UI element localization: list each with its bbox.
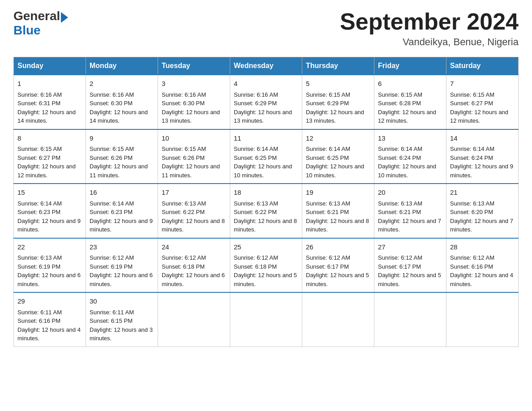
sunset-text: Sunset: 6:28 PM — [378, 100, 421, 107]
day-number: 6 — [378, 79, 442, 89]
sunrise-text: Sunrise: 6:14 AM — [17, 200, 62, 207]
sunset-text: Sunset: 6:29 PM — [234, 100, 277, 107]
daylight-text: Daylight: 12 hours and 13 minutes. — [162, 109, 220, 124]
sunset-text: Sunset: 6:24 PM — [450, 154, 493, 161]
sunrise-text: Sunrise: 6:15 AM — [450, 91, 494, 98]
sunset-text: Sunset: 6:23 PM — [17, 209, 60, 215]
daylight-text: Daylight: 12 hours and 4 minutes. — [17, 326, 81, 342]
calendar-cell: 3Sunrise: 6:16 AMSunset: 6:30 PMDaylight… — [158, 75, 230, 129]
sunrise-text: Sunrise: 6:14 AM — [90, 200, 134, 207]
daylight-text: Daylight: 12 hours and 10 minutes. — [234, 163, 292, 179]
sunrise-text: Sunrise: 6:14 AM — [378, 146, 422, 152]
calendar-cell — [446, 292, 519, 347]
calendar-cell — [374, 292, 446, 347]
daylight-text: Daylight: 12 hours and 11 minutes. — [162, 163, 220, 179]
sunset-text: Sunset: 6:18 PM — [234, 263, 277, 270]
calendar-cell — [302, 292, 374, 347]
sunset-text: Sunset: 6:26 PM — [90, 154, 133, 161]
day-number: 24 — [162, 242, 226, 253]
day-of-week-header: Tuesday — [158, 57, 230, 75]
sunrise-text: Sunrise: 6:12 AM — [162, 254, 206, 261]
calendar-cell: 7Sunrise: 6:15 AMSunset: 6:27 PMDaylight… — [446, 75, 519, 129]
daylight-text: Daylight: 12 hours and 11 minutes. — [90, 163, 148, 179]
sunrise-text: Sunrise: 6:15 AM — [162, 146, 206, 152]
sunrise-text: Sunrise: 6:16 AM — [162, 91, 206, 98]
sunset-text: Sunset: 6:17 PM — [306, 263, 349, 270]
sunrise-text: Sunrise: 6:13 AM — [306, 200, 350, 207]
day-number: 19 — [306, 188, 370, 198]
sunset-text: Sunset: 6:31 PM — [17, 100, 60, 107]
sunrise-text: Sunrise: 6:12 AM — [90, 254, 134, 261]
day-of-week-header: Friday — [374, 57, 446, 75]
sunrise-text: Sunrise: 6:13 AM — [234, 200, 278, 207]
calendar-cell: 29Sunrise: 6:11 AMSunset: 6:16 PMDayligh… — [14, 292, 86, 347]
daylight-text: Daylight: 12 hours and 9 minutes. — [450, 163, 513, 179]
day-number: 26 — [306, 242, 370, 253]
sunrise-text: Sunrise: 6:16 AM — [17, 91, 62, 98]
daylight-text: Daylight: 12 hours and 7 minutes. — [450, 218, 513, 233]
day-number: 21 — [450, 188, 515, 198]
calendar-cell: 28Sunrise: 6:12 AMSunset: 6:16 PMDayligh… — [446, 238, 519, 293]
daylight-text: Daylight: 12 hours and 12 minutes. — [17, 163, 76, 179]
day-number: 9 — [90, 133, 154, 144]
calendar-cell: 23Sunrise: 6:12 AMSunset: 6:19 PMDayligh… — [86, 238, 158, 293]
calendar-cell: 24Sunrise: 6:12 AMSunset: 6:18 PMDayligh… — [158, 238, 230, 293]
day-of-week-header: Wednesday — [230, 57, 302, 75]
day-number: 13 — [378, 133, 442, 144]
calendar-cell: 22Sunrise: 6:13 AMSunset: 6:19 PMDayligh… — [14, 238, 86, 293]
sunset-text: Sunset: 6:18 PM — [162, 263, 205, 270]
calendar-cell: 10Sunrise: 6:15 AMSunset: 6:26 PMDayligh… — [158, 129, 230, 184]
sunrise-text: Sunrise: 6:14 AM — [450, 146, 494, 152]
sunrise-text: Sunrise: 6:16 AM — [90, 91, 134, 98]
sunset-text: Sunset: 6:22 PM — [162, 209, 205, 215]
daylight-text: Daylight: 12 hours and 6 minutes. — [90, 272, 153, 287]
calendar-cell: 6Sunrise: 6:15 AMSunset: 6:28 PMDaylight… — [374, 75, 446, 129]
sunrise-text: Sunrise: 6:13 AM — [17, 254, 62, 261]
day-of-week-header: Sunday — [14, 57, 86, 75]
day-number: 4 — [234, 79, 298, 89]
calendar-cell: 26Sunrise: 6:12 AMSunset: 6:17 PMDayligh… — [302, 238, 374, 293]
day-number: 7 — [450, 79, 515, 89]
calendar-header-row: SundayMondayTuesdayWednesdayThursdayFrid… — [14, 57, 519, 75]
day-number: 25 — [234, 242, 298, 253]
sunrise-text: Sunrise: 6:15 AM — [378, 91, 422, 98]
calendar-cell: 9Sunrise: 6:15 AMSunset: 6:26 PMDaylight… — [86, 129, 158, 184]
day-of-week-header: Saturday — [446, 57, 519, 75]
day-number: 14 — [450, 133, 515, 144]
calendar-subtitle: Vandeikya, Benue, Nigeria — [340, 36, 519, 48]
day-number: 1 — [17, 79, 82, 89]
sunset-text: Sunset: 6:27 PM — [450, 100, 493, 107]
day-number: 5 — [306, 79, 370, 89]
sunset-text: Sunset: 6:21 PM — [306, 209, 349, 215]
daylight-text: Daylight: 12 hours and 14 minutes. — [17, 109, 76, 124]
day-number: 17 — [162, 188, 226, 198]
day-of-week-header: Thursday — [302, 57, 374, 75]
day-of-week-header: Monday — [86, 57, 158, 75]
sunrise-text: Sunrise: 6:13 AM — [378, 200, 422, 207]
calendar-cell: 30Sunrise: 6:11 AMSunset: 6:15 PMDayligh… — [86, 292, 158, 347]
sunset-text: Sunset: 6:30 PM — [162, 100, 205, 107]
calendar-cell: 16Sunrise: 6:14 AMSunset: 6:23 PMDayligh… — [86, 184, 158, 238]
sunrise-text: Sunrise: 6:15 AM — [90, 146, 134, 152]
sunset-text: Sunset: 6:17 PM — [378, 263, 421, 270]
day-number: 16 — [90, 188, 154, 198]
calendar-cell: 18Sunrise: 6:13 AMSunset: 6:22 PMDayligh… — [230, 184, 302, 238]
calendar-cell: 27Sunrise: 6:12 AMSunset: 6:17 PMDayligh… — [374, 238, 446, 293]
daylight-text: Daylight: 12 hours and 8 minutes. — [162, 218, 225, 233]
title-block: September 2024 Vandeikya, Benue, Nigeria — [340, 9, 519, 48]
calendar-cell: 15Sunrise: 6:14 AMSunset: 6:23 PMDayligh… — [14, 184, 86, 238]
calendar-cell: 17Sunrise: 6:13 AMSunset: 6:22 PMDayligh… — [158, 184, 230, 238]
logo: General Blue — [13, 9, 68, 38]
calendar-week-row: 15Sunrise: 6:14 AMSunset: 6:23 PMDayligh… — [14, 184, 519, 238]
sunset-text: Sunset: 6:21 PM — [378, 209, 421, 215]
daylight-text: Daylight: 12 hours and 6 minutes. — [17, 272, 81, 287]
calendar-cell — [158, 292, 230, 347]
calendar-title: September 2024 — [340, 9, 519, 34]
sunset-text: Sunset: 6:29 PM — [306, 100, 349, 107]
sunrise-text: Sunrise: 6:15 AM — [17, 146, 62, 152]
calendar-cell — [230, 292, 302, 347]
daylight-text: Daylight: 12 hours and 12 minutes. — [378, 109, 436, 124]
daylight-text: Daylight: 12 hours and 5 minutes. — [306, 272, 369, 287]
calendar-week-row: 29Sunrise: 6:11 AMSunset: 6:16 PMDayligh… — [14, 292, 519, 347]
sunset-text: Sunset: 6:26 PM — [162, 154, 205, 161]
